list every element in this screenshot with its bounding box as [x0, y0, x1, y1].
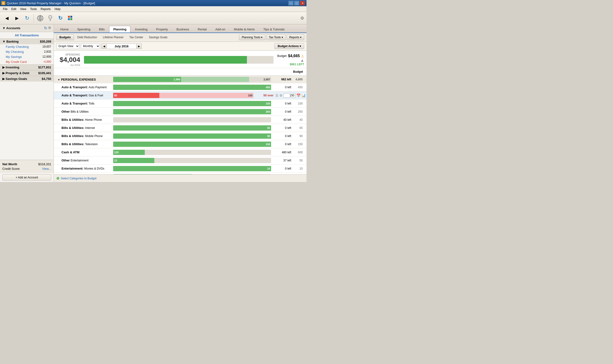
- bar-label-left: 120: [114, 151, 119, 154]
- row-status: 0 left: [273, 126, 292, 130]
- row-bar-area: 65: [111, 125, 273, 131]
- row-bar-label-left: 50: [114, 94, 117, 97]
- tab-spending[interactable]: Spending: [73, 26, 94, 33]
- close-button[interactable]: ✕: [300, 1, 305, 5]
- tax-tools-button[interactable]: Tax Tools ▾: [266, 34, 286, 40]
- row-bar-bg: 13: [113, 158, 271, 163]
- svg-point-5: [50, 20, 51, 21]
- budget-row-gas-fuel[interactable]: Auto & Transport: Gas & Fuel 50 150 50 o…: [54, 91, 306, 100]
- svg-rect-6: [68, 16, 70, 18]
- tab-investing[interactable]: Investing: [131, 26, 151, 33]
- budget-row-internet: Bills & Utilities: Internet 65 0 left 65: [54, 124, 306, 132]
- table-header-row: Budget: [54, 68, 306, 76]
- reports-button[interactable]: Reports ▾: [287, 34, 304, 40]
- budget-actions-button[interactable]: Budget Actions ▾: [274, 43, 304, 49]
- menu-file[interactable]: File: [1, 7, 9, 11]
- tab-mobile-alerts[interactable]: Mobile & Alerts: [230, 26, 259, 33]
- prev-period-button[interactable]: ◀: [101, 43, 107, 49]
- tab-home[interactable]: Home: [56, 26, 73, 33]
- minimize-button[interactable]: ─: [288, 1, 293, 5]
- account-group-investing-header[interactable]: ▶ Investing $177,931: [0, 64, 53, 70]
- row-bar-area: 100: [111, 101, 273, 107]
- row-bar-bg: [113, 117, 271, 122]
- menu-edit[interactable]: Edit: [9, 7, 18, 11]
- next-period-button[interactable]: ▶: [136, 43, 142, 49]
- view-select[interactable]: Graph View Annual View: [56, 43, 80, 49]
- maximize-button[interactable]: □: [294, 1, 299, 5]
- tab-planning[interactable]: Planning: [109, 26, 130, 33]
- row-budget-input[interactable]: [283, 93, 295, 98]
- account-balance: 19,657: [42, 45, 51, 49]
- row-status: 37 left: [273, 158, 292, 163]
- notifications-button[interactable]: [46, 14, 55, 23]
- refresh-button[interactable]: ↻: [23, 14, 32, 23]
- budgets-tab[interactable]: Budgets: [56, 34, 74, 40]
- planning-tools-button[interactable]: Planning Tools ▾: [239, 34, 265, 40]
- tab-rental[interactable]: Rental: [194, 26, 211, 33]
- tab-property[interactable]: Property: [152, 26, 172, 33]
- budget-column-header: Budget: [292, 69, 306, 74]
- nav-tabs: Home Spending Bills Planning Investing P…: [54, 24, 306, 33]
- row-bar-bg: 50 150: [113, 93, 253, 98]
- sidebar-refresh-icon[interactable]: ↻: [44, 26, 47, 30]
- sub-nav-right: Planning Tools ▾ Tax Tools ▾ Reports ▾: [239, 34, 304, 40]
- tab-tips-tutorials[interactable]: Tips & Tutorials: [259, 26, 289, 33]
- row-bar-label: 65: [267, 127, 270, 129]
- budget-row-tolls: Auto & Transport: Tolls 100 0 left 100: [54, 100, 306, 108]
- row-action-icon-chart[interactable]: 📊: [302, 93, 306, 97]
- menu-help[interactable]: Help: [53, 7, 62, 11]
- online-center-button[interactable]: [36, 14, 45, 23]
- savings-goals-link[interactable]: Savings Goals: [147, 35, 170, 40]
- forward-button[interactable]: ▶: [13, 14, 22, 23]
- budget-row-home-phone: Bills & Utilities: Home Phone 40 left 40: [54, 116, 306, 124]
- account-row-my-savings[interactable]: My Savings 12,600: [0, 54, 53, 59]
- sidebar-icons: ↻ ⚙: [44, 26, 51, 30]
- row-status: 0 left: [273, 134, 292, 138]
- account-group-property-header[interactable]: ▶ Property & Debt $105,441: [0, 70, 53, 76]
- budget-row-auto-payment: Auto & Transport: Auto Payment 450 0 lef…: [54, 83, 306, 91]
- sidebar-gear-icon[interactable]: ⚙: [48, 26, 51, 30]
- menu-tools[interactable]: Tools: [28, 7, 39, 11]
- tab-bills[interactable]: Bills: [95, 26, 109, 33]
- add-category-icon: ⊕: [56, 176, 59, 181]
- row-label: Bills & Utilities: Television: [54, 142, 111, 146]
- period-select[interactable]: Monthly Quarterly Annual: [81, 43, 100, 49]
- tax-center-link[interactable]: Tax Center: [127, 35, 146, 40]
- row-budget: 90: [292, 134, 306, 138]
- debt-reduction-link[interactable]: Debt Reduction: [75, 35, 100, 40]
- back-button[interactable]: ◀: [2, 14, 12, 23]
- account-name: My Credit Card: [6, 60, 27, 64]
- row-action-icon-2[interactable]: ⚙: [280, 93, 282, 97]
- grid-button[interactable]: [66, 14, 75, 23]
- credit-score-link[interactable]: View...: [42, 167, 51, 170]
- row-bar-fill: 65: [113, 125, 271, 130]
- tab-addon[interactable]: Add-on: [211, 26, 229, 33]
- add-account-button[interactable]: + Add an Account: [2, 174, 51, 181]
- sub-nav: Budgets Debt Reduction Lifetime Planner …: [54, 33, 306, 42]
- select-categories-button[interactable]: Select Categories to Budget: [61, 177, 96, 180]
- row-status-over: 50 over: [255, 93, 274, 98]
- menu-reports[interactable]: Reports: [39, 7, 53, 11]
- content-area: Home Spending Bills Planning Investing P…: [54, 24, 306, 182]
- accounts-title: ▼ Accounts: [2, 26, 20, 30]
- row-action-icon-3[interactable]: 📅: [296, 93, 301, 97]
- account-group-savings-header[interactable]: ▶ Savings Goals $4,750: [0, 76, 53, 81]
- all-transactions-link[interactable]: All Transactions: [0, 32, 53, 39]
- refresh-data-button[interactable]: ↻: [56, 14, 65, 23]
- menu-view[interactable]: View: [18, 7, 28, 11]
- row-budget: 10: [292, 167, 306, 171]
- budget-table-container[interactable]: Budget ▼PERSONAL EXPENSES 1,996 2,007: [54, 68, 306, 174]
- account-group-property: ▶ Property & Debt $105,441: [0, 70, 53, 76]
- account-row-my-checking[interactable]: My Checking 2,832: [0, 49, 53, 54]
- account-group-banking-header[interactable]: ▼ Banking $30,209: [0, 39, 53, 44]
- row-action-icon-1[interactable]: ☰: [275, 93, 279, 97]
- row-label: Other Entertainment: [54, 158, 111, 163]
- row-budget: 40: [292, 118, 306, 122]
- account-row-family-checking[interactable]: Family Checking 19,657: [0, 44, 53, 49]
- settings-gear-icon[interactable]: ⚙: [300, 15, 304, 21]
- budget-row-groceries: Food & Dining: Groceries 200 200 left 40…: [54, 173, 306, 174]
- row-bar-bg: 100: [113, 101, 271, 106]
- account-row-my-credit-card[interactable]: My Credit Card -4,880: [0, 59, 53, 64]
- tab-business[interactable]: Business: [173, 26, 193, 33]
- lifetime-planner-link[interactable]: Lifetime Planner: [101, 35, 126, 40]
